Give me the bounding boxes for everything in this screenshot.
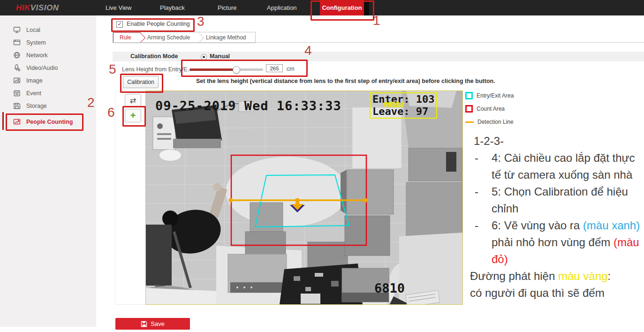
detection-line-endpoint[interactable] (364, 198, 368, 203)
save-button[interactable]: Save (115, 318, 190, 330)
bullet-dash: - (470, 150, 492, 183)
note-item-5-text: 5: Chọn Calibration để hiệu chỉnh (492, 183, 644, 217)
sidebar-item-local[interactable]: Local (0, 23, 96, 36)
note-item-6-pre: 6: Vẽ vùng vào ra (492, 219, 583, 232)
count-area-swatch (465, 105, 473, 113)
note-footer-line-2: có người đi qua thì sẽ đếm (470, 285, 644, 302)
note-item-6-text: 6: Vẽ vùng vào ra (màu xanh) phải nhỏ hơ… (492, 217, 644, 268)
nav-item-live-view[interactable]: Live View (106, 4, 131, 11)
note-footer-line-1: Đường phát hiện màu vàng: (470, 268, 644, 285)
monitor-icon (13, 26, 21, 33)
tab-linkage-method[interactable]: Linkage Method (199, 32, 255, 43)
note-heading: 1-2-3- (470, 133, 644, 150)
note-item-6: - 6: Vẽ vùng vào ra (màu xanh) phải nhỏ … (470, 217, 644, 268)
hikvision-people-counting-config-page: HIKVISION Live View Playback Picture App… (0, 0, 644, 332)
nav-item-configuration[interactable]: Configuration (320, 0, 364, 15)
image-icon (13, 77, 21, 84)
manual-radio-label: Manual (210, 53, 230, 60)
slider-fill (189, 68, 236, 71)
system-window-icon (13, 39, 21, 46)
callout-number-5: 5 (109, 62, 116, 77)
plus-icon: + (130, 110, 136, 121)
sidebar-item-label: Local (26, 27, 40, 33)
microphone-icon (13, 64, 21, 71)
tab-divider-line (113, 42, 644, 43)
detection-line-swatch (465, 121, 474, 123)
osd-number: 6810 (374, 281, 405, 295)
nav-item-application[interactable]: Application (267, 4, 297, 11)
tab-arming-schedule[interactable]: Arming Schedule (141, 32, 199, 43)
calibration-mode-row (113, 52, 644, 61)
sidebar-item-label: Network (26, 52, 48, 59)
lens-height-slider[interactable] (189, 68, 263, 71)
hikvision-logo: HIKVISION (16, 3, 59, 13)
note-yellow-text: màu vàng (558, 270, 607, 282)
sidebar-item-label: Video/Audio (26, 65, 58, 71)
draw-area-button[interactable]: + (125, 109, 141, 122)
top-nav-bar: HIKVISION Live View Playback Picture App… (0, 0, 644, 15)
legend-label: Count Area (477, 106, 505, 112)
nav-item-configuration-label: Configuration (322, 4, 362, 11)
checkmark-icon: ✓ (117, 21, 121, 27)
instruction-note: 1-2-3- - 4: Cài chiều cao lắp đặt thực t… (470, 133, 644, 302)
slider-thumb[interactable] (233, 66, 240, 74)
swap-direction-button[interactable]: ⇄ (125, 94, 141, 107)
note-footer-pre: Đường phát hiện (470, 270, 558, 282)
swap-arrows-icon: ⇄ (130, 96, 136, 105)
calibration-mode-label: Calibration Mode (130, 53, 178, 60)
sidebar-item-people-counting[interactable]: People Counting (0, 115, 96, 128)
calibration-button[interactable]: Calibration (123, 76, 159, 88)
sidebar-item-image[interactable]: Image (0, 74, 96, 87)
tab-rule[interactable]: Rule (113, 32, 141, 43)
callout-number-6: 6 (107, 105, 115, 120)
config-sidebar: Local System Network Video/Audio Image E… (0, 15, 96, 327)
save-floppy-icon (141, 321, 147, 327)
legend-detection-line: Detection Line (465, 115, 526, 128)
tab-linkage-method-label: Linkage Method (206, 34, 246, 41)
enable-people-counting-checkbox[interactable]: ✓ (116, 21, 123, 28)
note-blue-text: (màu xanh) (583, 219, 640, 232)
osd-camera-id: #05D# (383, 101, 404, 109)
nav-item-playback[interactable]: Playback (160, 4, 185, 11)
note-item-5: - 5: Chọn Calibration để hiệu chỉnh (470, 183, 644, 217)
rule-tab-bar: Rule Arming Schedule Linkage Method (113, 32, 256, 43)
sidebar-item-label: People Counting (26, 119, 73, 125)
bullet-dash: - (470, 183, 492, 217)
osd-timestamp: 09-25-2019 Wed 16:33:33 (155, 98, 341, 113)
tab-arming-schedule-label: Arming Schedule (147, 34, 190, 41)
legend-label: Entry/Exit Area (477, 92, 514, 99)
note-footer-colon: : (607, 270, 611, 282)
globe-icon (13, 52, 21, 59)
lens-height-input[interactable] (266, 64, 283, 72)
sidebar-item-label: Storage (26, 103, 47, 109)
nav-dark-strip (364, 0, 369, 15)
enable-people-counting-label: Enable People Counting (127, 21, 190, 27)
logo-hik-text: HIK (16, 3, 30, 12)
sidebar-item-label: Event (26, 90, 41, 97)
lens-height-hint-text: Set the lens height (vertical distance f… (196, 78, 534, 84)
sidebar-item-storage[interactable]: Storage (0, 99, 96, 112)
manual-radio-button[interactable] (201, 54, 207, 60)
sidebar-item-video-audio[interactable]: Video/Audio (0, 61, 96, 74)
note-item-4-text: 4: Cài chiều cao lắp đặt thực tế từ came… (492, 150, 644, 183)
calibration-button-label: Calibration (127, 79, 154, 85)
sidebar-item-event[interactable]: Event (0, 87, 96, 99)
bullet-dash: - (470, 217, 492, 268)
sidebar-item-system[interactable]: System (0, 36, 96, 49)
tab-rule-label: Rule (120, 34, 131, 41)
sidebar-item-label: Image (26, 77, 43, 84)
legend-label: Detection Line (477, 119, 514, 125)
nav-item-picture[interactable]: Picture (218, 4, 236, 11)
sidebar-item-network[interactable]: Network (0, 49, 96, 61)
lens-height-label: Lens Height from Entry/E... (122, 66, 190, 73)
radio-dot (203, 56, 205, 58)
note-item-4: - 4: Cài chiều cao lắp đặt thực tế từ ca… (470, 150, 644, 183)
save-button-label: Save (151, 320, 165, 327)
camera-scene-image (146, 91, 462, 304)
overlay-legend: Entry/Exit Area Count Area Detection Lin… (465, 89, 526, 128)
camera-preview[interactable]: 09-25-2019 Wed 16:33:33 Enter: 103 Leave… (145, 91, 463, 305)
sidebar-item-label: System (26, 39, 46, 46)
detection-line-endpoint[interactable] (229, 198, 233, 203)
callout-number-3: 3 (197, 14, 205, 29)
calendar-icon (13, 90, 21, 97)
